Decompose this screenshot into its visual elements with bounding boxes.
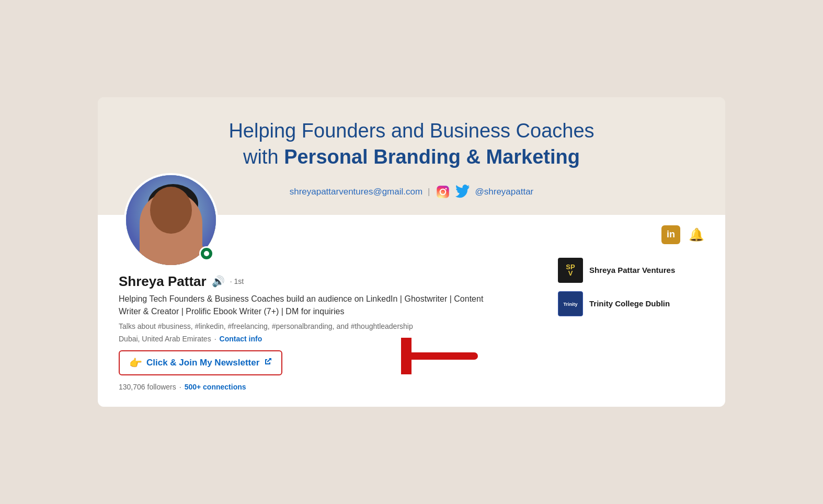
profile-name: Shreya Pattar — [119, 273, 207, 290]
svg-point-10 — [164, 217, 170, 225]
svg-point-11 — [176, 217, 182, 225]
profile-section: Shreya Pattar 🔊 · 1st Helping Tech Found… — [98, 215, 725, 407]
svg-point-6 — [150, 192, 197, 247]
linkedin-icon: in — [667, 229, 675, 240]
svg-point-9 — [185, 204, 201, 240]
profile-left: Shreya Pattar 🔊 · 1st Helping Tech Found… — [119, 215, 558, 391]
svg-point-4 — [136, 235, 210, 265]
external-link-icon — [264, 358, 272, 368]
profile-card: Helping Founders and Business Coaches wi… — [98, 97, 725, 407]
twitter-icon[interactable] — [455, 185, 470, 199]
contact-info-link[interactable]: Contact info — [220, 335, 262, 343]
speaker-icon[interactable]: 🔊 — [212, 275, 225, 288]
separator: | — [428, 187, 430, 197]
finger-emoji: 👉 — [129, 357, 142, 369]
name-row: Shreya Pattar 🔊 · 1st — [119, 273, 558, 290]
bell-icon[interactable]: 🔔 — [689, 227, 704, 242]
svg-rect-5 — [167, 227, 179, 243]
followers-row: 130,706 followers · 500+ connections — [119, 383, 558, 391]
newsletter-button[interactable]: 👉 Click & Join My Newsletter — [119, 350, 282, 375]
svg-rect-0 — [437, 186, 449, 198]
instagram-icon[interactable] — [436, 185, 450, 199]
svg-point-8 — [144, 204, 163, 246]
svg-text:Trinity: Trinity — [563, 302, 577, 307]
profile-headline: Helping Tech Founders & Business Coaches… — [119, 293, 485, 318]
profile-right: in 🔔 SP V Shreya Pattar Ventures — [558, 215, 704, 316]
company-name-trinity: Trinity College Dublin — [589, 299, 670, 308]
spv-logo: SP V — [558, 258, 583, 283]
email-text: shreyapattarventures@gmail.com — [290, 187, 422, 197]
avatar-wrapper — [124, 173, 218, 267]
company-item-trinity[interactable]: Trinity Trinity College Dublin — [558, 291, 704, 316]
svg-point-2 — [445, 188, 447, 189]
newsletter-label: Click & Join My Newsletter — [146, 358, 259, 368]
trinity-logo: Trinity — [558, 291, 583, 316]
connection-badge: · 1st — [230, 277, 244, 285]
svg-point-7 — [148, 184, 198, 224]
profile-top-row: Shreya Pattar 🔊 · 1st Helping Tech Found… — [119, 215, 704, 391]
connections-link[interactable]: 500+ connections — [185, 383, 246, 391]
profile-location: Dubai, United Arab Emirates · Contact in… — [119, 335, 558, 343]
linkedin-badge[interactable]: in — [661, 225, 680, 244]
followers-count: 130,706 followers — [119, 383, 176, 391]
company-name-spv: Shreya Pattar Ventures — [589, 266, 675, 274]
newsletter-area: 👉 Click & Join My Newsletter — [119, 343, 282, 375]
red-arrow-indicator — [401, 338, 479, 376]
top-icons: in 🔔 — [558, 225, 704, 244]
online-status-dot — [199, 246, 214, 261]
twitter-handle: @shreyapattar — [475, 187, 534, 197]
banner-title: Helping Founders and Business Coaches wi… — [129, 118, 694, 170]
company-item-spv[interactable]: SP V Shreya Pattar Ventures — [558, 258, 704, 283]
profile-tags: Talks about #business, #linkedin, #freel… — [119, 322, 558, 330]
